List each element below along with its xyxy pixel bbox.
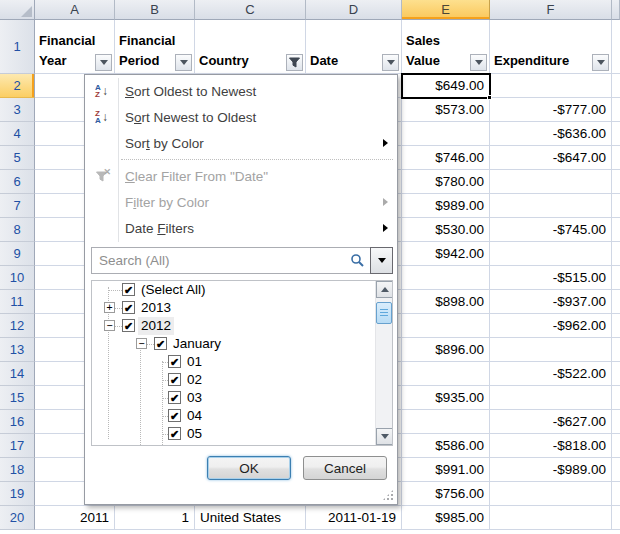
row-header-20[interactable]: 20 (0, 506, 35, 530)
row-header-16[interactable]: 16 (0, 410, 35, 434)
row-header-14[interactable]: 14 (0, 362, 35, 386)
tree-item-05[interactable]: ✔05 (92, 425, 372, 443)
cell-f5[interactable]: -$647.00 (490, 146, 612, 170)
cell-e2[interactable]: $649.00 (402, 74, 490, 98)
cell-b20[interactable]: 1 (115, 506, 195, 530)
cell-f3[interactable]: -$777.00 (490, 98, 612, 122)
header-cell-a[interactable]: Financial Year (35, 20, 115, 74)
cell-e18[interactable]: $991.00 (402, 458, 490, 482)
checkbox-02[interactable]: ✔ (168, 373, 181, 386)
filter-dropdown-button[interactable] (470, 54, 487, 71)
cell-f9[interactable] (490, 242, 612, 266)
tree-item-partial[interactable]: ✔ (92, 443, 372, 446)
column-header-a[interactable]: A (35, 0, 115, 20)
collapse-icon[interactable]: − (104, 320, 115, 331)
cell-e5[interactable]: $746.00 (402, 146, 490, 170)
row-header-10[interactable]: 10 (0, 266, 35, 290)
cell-e6[interactable]: $780.00 (402, 170, 490, 194)
scroll-up-button[interactable] (376, 281, 393, 298)
cell-c20[interactable]: United States (195, 506, 306, 530)
row-header-9[interactable]: 9 (0, 242, 35, 266)
tree-item-2013[interactable]: +✔2013 (92, 299, 372, 317)
filter-dropdown-button[interactable] (95, 54, 112, 71)
resize-grip[interactable] (382, 489, 394, 501)
row-header-18[interactable]: 18 (0, 458, 35, 482)
cell-e4[interactable] (402, 122, 490, 146)
cell-f8[interactable]: -$745.00 (490, 218, 612, 242)
checkbox-january[interactable]: ✔ (154, 337, 167, 350)
row-header-8[interactable]: 8 (0, 218, 35, 242)
cell-f20[interactable] (490, 506, 612, 530)
header-cell-d[interactable]: Date (306, 20, 402, 74)
search-input[interactable] (91, 247, 370, 274)
checkbox-01[interactable]: ✔ (168, 355, 181, 368)
cell-e10[interactable] (402, 266, 490, 290)
tree-item-03[interactable]: ✔03 (92, 389, 372, 407)
cell-e17[interactable]: $586.00 (402, 434, 490, 458)
cell-e20[interactable]: $985.00 (402, 506, 490, 530)
search-dropdown-button[interactable] (370, 247, 393, 274)
column-header-d[interactable]: D (306, 0, 402, 20)
menu-item-date-filters[interactable]: Date Filters (85, 215, 397, 241)
menu-item-sort-by-color[interactable]: Sort by Color (85, 130, 397, 156)
cell-e16[interactable] (402, 410, 490, 434)
cell-f4[interactable]: -$636.00 (490, 122, 612, 146)
column-header-e[interactable]: E (402, 0, 490, 20)
cell-f7[interactable] (490, 194, 612, 218)
column-header-partial[interactable] (612, 0, 620, 20)
cell-f14[interactable]: -$522.00 (490, 362, 612, 386)
row-header-6[interactable]: 6 (0, 170, 35, 194)
row-header-11[interactable]: 11 (0, 290, 35, 314)
checkbox-04[interactable]: ✔ (168, 409, 181, 422)
cell-f15[interactable] (490, 386, 612, 410)
cell-e7[interactable]: $989.00 (402, 194, 490, 218)
header-cell-e[interactable]: Sales Value (402, 20, 490, 74)
corner-cell[interactable] (0, 0, 35, 20)
checkbox-05[interactable]: ✔ (168, 427, 181, 440)
tree-item-04[interactable]: ✔04 (92, 407, 372, 425)
cell-f18[interactable]: -$989.00 (490, 458, 612, 482)
header-cell-c[interactable]: Country (195, 20, 306, 74)
cell-f11[interactable]: -$937.00 (490, 290, 612, 314)
cell-e9[interactable]: $942.00 (402, 242, 490, 266)
column-header-b[interactable]: B (115, 0, 195, 20)
cell-e8[interactable]: $530.00 (402, 218, 490, 242)
row-header-12[interactable]: 12 (0, 314, 35, 338)
tree-item-january[interactable]: −✔January (92, 335, 372, 353)
row-header-7[interactable]: 7 (0, 194, 35, 218)
filter-dropdown-button[interactable] (592, 54, 609, 71)
row-header-19[interactable]: 19 (0, 482, 35, 506)
scrollbar-thumb[interactable] (376, 302, 392, 324)
cell-f2[interactable] (490, 74, 612, 98)
scroll-down-button[interactable] (376, 428, 393, 445)
checkbox-2012[interactable]: ✔ (122, 319, 135, 332)
cell-e14[interactable] (402, 362, 490, 386)
cell-e13[interactable]: $896.00 (402, 338, 490, 362)
collapse-icon[interactable]: − (136, 338, 147, 349)
filter-applied-button[interactable] (286, 54, 303, 71)
expand-icon[interactable]: + (104, 302, 115, 313)
column-header-c[interactable]: C (195, 0, 306, 20)
row-header-2[interactable]: 2 (0, 74, 35, 98)
cell-f17[interactable]: -$818.00 (490, 434, 612, 458)
tree-item-01[interactable]: ✔01 (92, 353, 372, 371)
cell-f16[interactable]: -$627.00 (490, 410, 612, 434)
checkbox-partial[interactable]: ✔ (168, 445, 181, 446)
header-cell-b[interactable]: Financial Period (115, 20, 195, 74)
menu-item-sort-oldest-to-newest[interactable]: AZ↓Sort Oldest to Newest (85, 78, 397, 104)
column-header-f[interactable]: F (490, 0, 612, 20)
filter-dropdown-button[interactable] (175, 54, 192, 71)
cell-f13[interactable] (490, 338, 612, 362)
cell-f6[interactable] (490, 170, 612, 194)
row-header-4[interactable]: 4 (0, 122, 35, 146)
row-header-3[interactable]: 3 (0, 98, 35, 122)
cell-e12[interactable] (402, 314, 490, 338)
row-header-1[interactable]: 1 (0, 20, 35, 74)
filter-dropdown-button[interactable] (382, 54, 399, 71)
cancel-button[interactable]: Cancel (303, 456, 387, 480)
header-cell-f[interactable]: Expenditure (490, 20, 612, 74)
cell-a20[interactable]: 2011 (35, 506, 115, 530)
row-header-5[interactable]: 5 (0, 146, 35, 170)
checkbox-select-all[interactable]: ✔ (122, 283, 135, 296)
tree-item-02[interactable]: ✔02 (92, 371, 372, 389)
